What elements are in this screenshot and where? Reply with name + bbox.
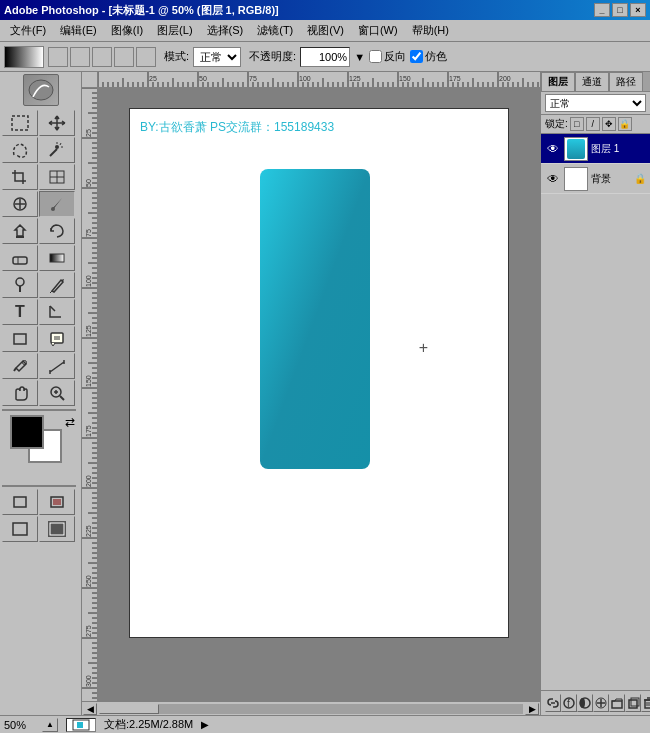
dodge-tool[interactable] bbox=[2, 272, 38, 298]
main-layout: T bbox=[0, 72, 650, 715]
move-icon bbox=[47, 114, 67, 132]
scroll-left-button[interactable]: ◀ bbox=[83, 703, 97, 715]
style-diamond[interactable] bbox=[136, 47, 156, 67]
style-linear[interactable] bbox=[48, 47, 68, 67]
clone-stamp-tool[interactable] bbox=[2, 218, 38, 244]
tab-channels[interactable]: 通道 bbox=[575, 72, 609, 91]
layer-bg-thumb-preview bbox=[567, 170, 585, 188]
type-tool[interactable]: T bbox=[2, 299, 38, 325]
ps-logo-area bbox=[2, 74, 79, 106]
zoom-icon bbox=[47, 384, 67, 402]
reverse-checkbox-label[interactable]: 反向 bbox=[369, 49, 406, 64]
canvas-container[interactable]: BY:古欲香萧 PS交流群：155189433 + bbox=[98, 88, 540, 701]
lock-image-btn[interactable]: / bbox=[586, 117, 600, 131]
hand-icon bbox=[10, 384, 30, 402]
lock-position-btn[interactable]: ✥ bbox=[602, 117, 616, 131]
link-layers-button[interactable] bbox=[545, 694, 561, 712]
path-selection-tool[interactable] bbox=[39, 299, 75, 325]
document-thumbnail[interactable] bbox=[66, 718, 96, 732]
blend-mode-select[interactable]: 正常 bbox=[545, 94, 646, 112]
status-arrow-btn[interactable]: ▶ bbox=[201, 719, 209, 730]
menu-item-1[interactable]: 编辑(E) bbox=[54, 21, 103, 40]
new-group-button[interactable] bbox=[609, 694, 625, 712]
crop-icon bbox=[10, 168, 30, 186]
switch-colors-button[interactable]: ⇄ bbox=[65, 415, 75, 429]
trash-icon bbox=[642, 696, 650, 710]
standard-mode-icon bbox=[10, 493, 30, 511]
menu-item-2[interactable]: 图像(I) bbox=[105, 21, 149, 40]
menu-item-3[interactable]: 图层(L) bbox=[151, 21, 198, 40]
layer-bg-visibility[interactable]: 👁 bbox=[545, 171, 561, 187]
move-tool[interactable] bbox=[39, 110, 75, 136]
history-icon bbox=[47, 222, 67, 240]
type-icon: T bbox=[15, 303, 25, 321]
shape-tool[interactable] bbox=[2, 326, 38, 352]
horizontal-scrollbar[interactable]: ◀ ▶ bbox=[82, 701, 540, 715]
rectangular-marquee-tool[interactable] bbox=[2, 110, 38, 136]
hand-tool[interactable] bbox=[2, 380, 38, 406]
lasso-tool[interactable] bbox=[2, 137, 38, 163]
new-adjustment-button[interactable] bbox=[593, 694, 609, 712]
svg-line-5 bbox=[60, 143, 61, 145]
eraser-tool[interactable] bbox=[2, 245, 38, 271]
quick-mask-mode[interactable] bbox=[39, 489, 75, 515]
scroll-right-button[interactable]: ▶ bbox=[525, 703, 539, 715]
menu-item-8[interactable]: 帮助(H) bbox=[406, 21, 455, 40]
foreground-color[interactable] bbox=[10, 415, 44, 449]
lock-all-btn[interactable]: 🔒 bbox=[618, 117, 632, 131]
full-screen-menu[interactable] bbox=[39, 516, 75, 542]
style-angle[interactable] bbox=[92, 47, 112, 67]
menu-item-5[interactable]: 滤镜(T) bbox=[251, 21, 299, 40]
mode-select[interactable]: 正常 bbox=[193, 47, 241, 67]
zoom-increase-btn[interactable]: ▲ bbox=[42, 718, 58, 732]
layer-row-bg[interactable]: 👁 背景 🔒 bbox=[541, 164, 650, 194]
style-radial[interactable] bbox=[70, 47, 90, 67]
scroll-track-h[interactable] bbox=[99, 704, 523, 714]
scroll-thumb-h[interactable] bbox=[99, 704, 159, 714]
crop-tool[interactable] bbox=[2, 164, 38, 190]
standard-mode[interactable] bbox=[2, 489, 38, 515]
new-layer-button[interactable] bbox=[625, 694, 641, 712]
menu-item-4[interactable]: 选择(S) bbox=[201, 21, 250, 40]
gradient-preset[interactable] bbox=[4, 46, 44, 68]
zoom-tool[interactable] bbox=[39, 380, 75, 406]
new-layer-icon bbox=[626, 696, 640, 710]
eraser-icon bbox=[10, 249, 30, 267]
gradient-tool[interactable] bbox=[39, 245, 75, 271]
layer-1-visibility[interactable]: 👁 bbox=[545, 141, 561, 157]
menu-item-7[interactable]: 窗口(W) bbox=[352, 21, 404, 40]
reverse-checkbox[interactable] bbox=[369, 50, 382, 63]
standard-screen[interactable] bbox=[2, 516, 38, 542]
menu-item-0[interactable]: 文件(F) bbox=[4, 21, 52, 40]
maximize-button[interactable]: □ bbox=[612, 3, 628, 17]
tab-layers[interactable]: 图层 bbox=[541, 72, 575, 91]
eyedropper-tool[interactable] bbox=[2, 353, 38, 379]
close-button[interactable]: × bbox=[630, 3, 646, 17]
layer-row-1[interactable]: 👁 图层 1 bbox=[541, 134, 650, 164]
add-style-button[interactable]: f bbox=[561, 694, 577, 712]
measure-tool[interactable] bbox=[39, 353, 75, 379]
add-mask-button[interactable] bbox=[577, 694, 593, 712]
notes-tool[interactable] bbox=[39, 326, 75, 352]
slice-tool[interactable] bbox=[39, 164, 75, 190]
dodge-icon bbox=[10, 276, 30, 294]
lock-label: 锁定: bbox=[545, 117, 568, 131]
style-reflected[interactable] bbox=[114, 47, 134, 67]
menu-item-6[interactable]: 视图(V) bbox=[301, 21, 350, 40]
history-brush-tool[interactable] bbox=[39, 218, 75, 244]
magic-wand-tool[interactable] bbox=[39, 137, 75, 163]
opacity-input[interactable] bbox=[300, 47, 350, 67]
h-ruler-canvas bbox=[98, 72, 540, 88]
lock-transparent-btn[interactable]: □ bbox=[570, 117, 584, 131]
dither-checkbox[interactable] bbox=[410, 50, 423, 63]
pen-tool[interactable] bbox=[39, 272, 75, 298]
layers-options: 正常 bbox=[541, 92, 650, 115]
opacity-stepper[interactable]: ▼ bbox=[354, 51, 365, 63]
tab-paths[interactable]: 路径 bbox=[609, 72, 643, 91]
delete-layer-button[interactable] bbox=[641, 694, 650, 712]
healing-brush-tool[interactable] bbox=[2, 191, 38, 217]
effects-icon: f bbox=[562, 696, 576, 710]
minimize-button[interactable]: _ bbox=[594, 3, 610, 17]
brush-tool[interactable] bbox=[39, 191, 75, 217]
dither-checkbox-label[interactable]: 仿色 bbox=[410, 49, 447, 64]
